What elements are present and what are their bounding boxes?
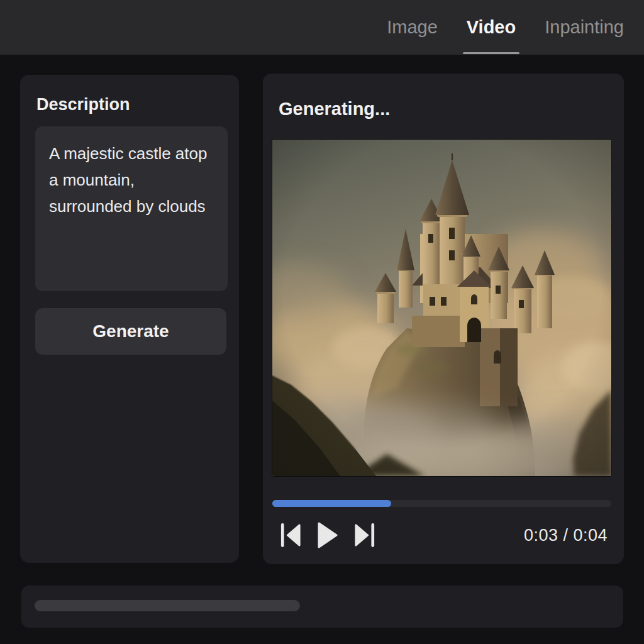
generating-heading: Generating... xyxy=(279,99,390,119)
skip-forward-icon xyxy=(354,522,375,548)
video-progress-fill xyxy=(272,500,391,507)
time-display: 0:03 / 0:04 xyxy=(524,526,608,545)
player-controls: 0:03 / 0:04 xyxy=(272,518,611,553)
tab-image[interactable]: Image xyxy=(387,0,438,55)
prompt-input[interactable]: A majestic castle atop a mountain, surro… xyxy=(35,126,228,291)
generate-button[interactable]: Generate xyxy=(35,308,226,355)
bottom-bar xyxy=(21,586,623,628)
app-window: Image Video Inpainting Description A maj… xyxy=(0,0,644,644)
play-button[interactable] xyxy=(316,521,339,550)
play-icon xyxy=(316,521,339,550)
prompt-panel: Description A majestic castle atop a mou… xyxy=(20,75,239,563)
preview-panel: Generating... xyxy=(263,74,624,564)
tab-inpainting[interactable]: Inpainting xyxy=(545,0,624,55)
previous-frame-button[interactable] xyxy=(280,522,301,548)
video-preview[interactable] xyxy=(272,140,611,476)
video-progress-bar[interactable] xyxy=(272,500,611,507)
description-label: Description xyxy=(36,95,130,114)
tab-video[interactable]: Video xyxy=(467,0,516,55)
skip-back-icon xyxy=(280,522,301,548)
topbar: Image Video Inpainting xyxy=(0,0,644,55)
next-frame-button[interactable] xyxy=(354,522,375,548)
bottom-progress-pill xyxy=(35,600,300,611)
tab-bar: Image Video Inpainting xyxy=(387,0,624,55)
castle-illustration xyxy=(272,140,611,476)
